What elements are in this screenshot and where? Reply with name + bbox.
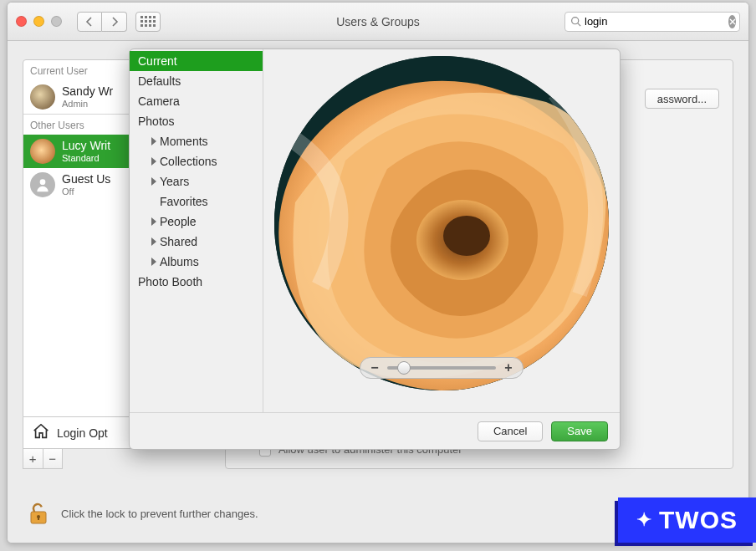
change-password-label: assword...: [657, 93, 707, 105]
minimize-window-icon[interactable]: [33, 16, 44, 27]
user-role: Admin: [62, 99, 113, 109]
source-photobooth[interactable]: Photo Booth: [130, 272, 263, 292]
user-name: Lucy Writ: [62, 140, 110, 152]
add-user-button[interactable]: +: [23, 449, 43, 468]
zoom-in-button[interactable]: +: [503, 360, 514, 375]
sparkle-icon: ✦: [636, 509, 652, 531]
user-role: Standard: [62, 153, 110, 163]
person-icon: [34, 176, 51, 193]
user-name: Sandy Wr: [62, 85, 113, 98]
avatar: [30, 84, 55, 110]
source-favorites[interactable]: Favorites: [130, 191, 263, 212]
picture-source-sidebar: Current Defaults Camera Photos Moments C…: [130, 49, 263, 412]
cancel-label: Cancel: [493, 425, 527, 437]
close-window-icon[interactable]: [16, 16, 27, 27]
source-years[interactable]: Years: [130, 171, 263, 191]
source-moments[interactable]: Moments: [130, 131, 263, 151]
picture-picker-popover: Current Defaults Camera Photos Moments C…: [129, 48, 621, 450]
x-icon: [729, 18, 736, 25]
disclosure-triangle-icon: [151, 137, 156, 145]
traffic-lights: [16, 16, 62, 27]
chevron-right-icon: [110, 17, 119, 27]
save-button[interactable]: Save: [551, 421, 608, 441]
disclosure-triangle-icon: [151, 217, 156, 226]
titlebar: Users & Groups: [8, 3, 748, 41]
source-camera[interactable]: Camera: [130, 91, 263, 111]
zoom-out-button[interactable]: −: [369, 360, 381, 375]
disclosure-triangle-icon: [151, 157, 156, 166]
avatar: [30, 172, 55, 197]
cancel-button[interactable]: Cancel: [478, 421, 543, 441]
svg-line-1: [578, 23, 580, 26]
disclosure-triangle-icon: [151, 177, 156, 186]
user-name: Guest Us: [62, 173, 110, 186]
source-people[interactable]: People: [130, 212, 263, 232]
slider-thumb[interactable]: [397, 361, 411, 375]
disclosure-triangle-icon: [151, 258, 156, 266]
source-current[interactable]: Current: [130, 51, 263, 71]
picture-preview[interactable]: [274, 56, 609, 390]
svg-point-2: [40, 179, 46, 185]
search-icon: [570, 16, 581, 27]
search-field[interactable]: [564, 12, 740, 32]
lock-row[interactable]: Click the lock to prevent further change…: [28, 501, 258, 526]
login-options-label: Login Opt: [57, 426, 108, 440]
lock-text: Click the lock to prevent further change…: [61, 508, 258, 520]
add-remove-user-group: + −: [23, 449, 63, 469]
forward-button[interactable]: [102, 12, 127, 32]
unlocked-lock-icon[interactable]: [28, 501, 49, 526]
back-button[interactable]: [77, 12, 102, 32]
nav-buttons: [77, 12, 127, 32]
save-label: Save: [567, 425, 592, 437]
watermark: ✦ TWOS: [618, 497, 756, 543]
svg-rect-5: [38, 517, 39, 520]
user-role: Off: [62, 186, 110, 196]
change-password-button[interactable]: assword...: [645, 89, 719, 109]
source-collections[interactable]: Collections: [130, 151, 263, 171]
source-albums[interactable]: Albums: [130, 252, 263, 272]
popover-footer: Cancel Save: [130, 412, 620, 449]
source-photos[interactable]: Photos: [130, 111, 263, 131]
svg-point-0: [572, 18, 579, 24]
avatar: [30, 139, 55, 164]
slider-track[interactable]: [387, 366, 496, 370]
source-shared[interactable]: Shared: [130, 232, 263, 252]
chevron-left-icon: [85, 17, 94, 27]
svg-point-9: [443, 216, 490, 256]
clear-search-button[interactable]: [728, 15, 736, 28]
grid-icon: [140, 16, 156, 27]
rose-image: [274, 56, 609, 390]
remove-user-button[interactable]: −: [43, 449, 63, 468]
zoom-window-icon[interactable]: [51, 16, 62, 27]
picture-preview-area: − +: [263, 49, 620, 412]
show-all-prefs-button[interactable]: [135, 12, 161, 32]
disclosure-triangle-icon: [151, 237, 156, 246]
watermark-text: TWOS: [659, 506, 738, 534]
source-defaults[interactable]: Defaults: [130, 71, 263, 91]
search-input[interactable]: [581, 15, 728, 28]
zoom-slider[interactable]: − +: [360, 357, 524, 379]
house-icon: [32, 422, 50, 443]
